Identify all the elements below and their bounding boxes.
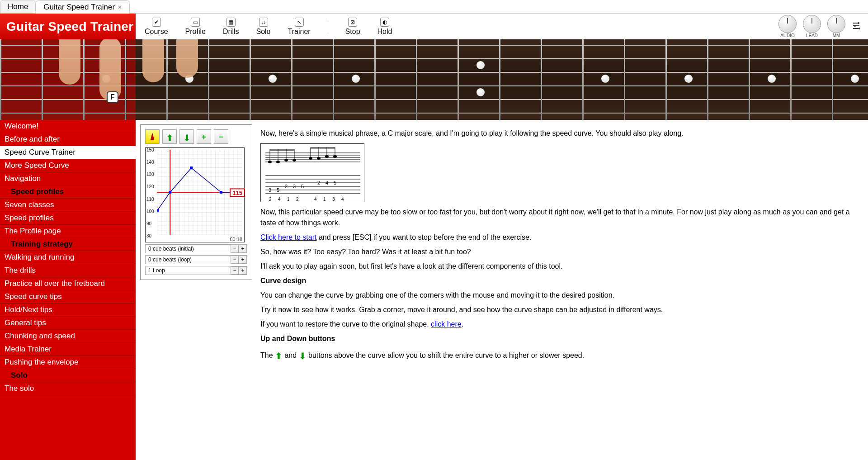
start-link[interactable]: Click here to start (260, 233, 316, 241)
sidebar-item[interactable]: More Speed Curve (0, 159, 136, 172)
svg-text:5: 5 (277, 187, 279, 193)
svg-text:4: 4 (326, 180, 328, 185)
increment-button[interactable]: + (239, 256, 247, 264)
toolbar-course[interactable]: ✔Course (145, 18, 168, 36)
toolbar-hold[interactable]: ◐Hold (377, 18, 392, 36)
arrow-up-icon: ⬆ (166, 133, 174, 143)
svg-text:2: 2 (269, 197, 272, 202)
settings-icon[interactable] (852, 20, 863, 33)
sidebar-item[interactable]: Practice all over the fretboard (0, 277, 136, 290)
text: and press [ESC] if you want to stop befo… (316, 233, 531, 241)
curve-option-row: 1 Loop−+ (145, 266, 247, 275)
increment-button[interactable]: + (239, 245, 247, 253)
decrement-button[interactable]: − (231, 256, 239, 264)
y-tick-label: 130 (146, 172, 154, 177)
option-label: 0 cue beats (initial) (146, 245, 231, 253)
svg-rect-46 (169, 191, 171, 194)
svg-text:3: 3 (269, 187, 271, 193)
header: Guitar Speed Trainer ✔Course ▭Profile ▦D… (0, 14, 868, 39)
y-tick-label: 150 (146, 147, 154, 152)
paragraph: You can change the curve by grabbing one… (260, 290, 860, 301)
svg-point-1 (854, 25, 856, 27)
toolbar-label: Stop (345, 28, 360, 36)
close-icon[interactable]: ✕ (118, 4, 122, 10)
text: The (260, 351, 275, 359)
toolbar-solo[interactable]: ♫Solo (256, 18, 270, 36)
decrement-button[interactable]: − (231, 266, 239, 275)
sidebar-item[interactable]: Speed profiles (0, 212, 136, 225)
sidebar-item[interactable]: Seven classes (0, 199, 136, 212)
svg-text:4: 4 (341, 197, 344, 202)
toolbar-label: Trainer (288, 28, 311, 36)
svg-text:4: 4 (278, 197, 281, 202)
svg-point-2 (859, 28, 860, 29)
speed-down-button[interactable]: ⬇ (179, 129, 194, 144)
sidebar-item[interactable]: Speed Curve Trainer (0, 146, 136, 159)
curve-option-row: 0 cue beats (initial)−+ (145, 244, 247, 253)
content: ⬆ ⬇ ＋ － 115 00:18 8090100110120130140150… (136, 120, 868, 460)
solo-icon: ♫ (259, 18, 268, 27)
paragraph: Click here to start and press [ESC] if y… (260, 232, 860, 243)
sidebar[interactable]: Welcome!Before and afterSpeed Curve Trai… (0, 120, 136, 460)
decrement-button[interactable]: − (231, 245, 239, 253)
increment-button[interactable]: + (239, 266, 247, 275)
svg-rect-48 (220, 191, 222, 194)
dial-icon (827, 15, 845, 33)
knob-audio[interactable]: AUDIO (778, 15, 797, 38)
svg-text:1: 1 (323, 197, 326, 202)
sidebar-item[interactable]: Walking and running (0, 251, 136, 264)
sidebar-item[interactable]: Before and after (0, 133, 136, 146)
toolbar-stop[interactable]: ⊠Stop (345, 18, 360, 36)
sidebar-item[interactable]: The Profile page (0, 225, 136, 238)
svg-rect-45 (157, 209, 159, 212)
current-bpm-value: 115 (230, 189, 245, 197)
sidebar-item[interactable]: The solo (0, 382, 136, 395)
heading: Up and Down buttons (260, 333, 860, 344)
remove-point-button[interactable]: － (214, 129, 228, 144)
paragraph: Now, here's a simple musical phrase, a C… (260, 128, 860, 139)
paragraph: Now, this particular speed curve may be … (260, 207, 860, 228)
sidebar-item[interactable]: Speed curve tips (0, 290, 136, 304)
finger-1 (59, 39, 80, 85)
knob-label: LEAD (806, 33, 818, 38)
knob-label: AUDIO (780, 33, 795, 38)
note-label: F (107, 91, 118, 103)
y-tick-label: 120 (146, 184, 154, 189)
course-icon: ✔ (152, 18, 161, 27)
speed-up-button[interactable]: ⬆ (162, 129, 177, 144)
toolbar: ✔Course ▭Profile ▦Drills ♫Solo ↖Trainer … (136, 14, 868, 39)
svg-point-77 (309, 157, 312, 160)
fretboard[interactable]: F (0, 39, 868, 120)
curve-panel: ⬆ ⬇ ＋ － 115 00:18 8090100110120130140150… (140, 124, 252, 280)
tab-home[interactable]: Home (0, 0, 36, 13)
knob-lead[interactable]: LEAD (803, 15, 821, 38)
svg-text:4: 4 (314, 197, 317, 202)
speed-curve-graph[interactable]: 115 00:18 8090100110120130140150 (145, 147, 245, 242)
curve-option-row: 0 cue beats (loop)−+ (145, 255, 247, 264)
y-tick-label: 80 (146, 233, 151, 238)
sidebar-item[interactable]: Media Trainer (0, 343, 136, 356)
add-point-button[interactable]: ＋ (197, 129, 211, 144)
svg-point-75 (284, 159, 288, 161)
sidebar-item[interactable]: The drills (0, 264, 136, 277)
tab-bar: Home Guitar Speed Trainer ✕ (0, 0, 868, 14)
toolbar-label: Hold (377, 28, 392, 36)
toolbar-profile[interactable]: ▭Profile (185, 18, 206, 36)
tab-app[interactable]: Guitar Speed Trainer ✕ (36, 0, 130, 14)
metronome-button[interactable] (145, 129, 160, 144)
restore-link[interactable]: click here (431, 320, 462, 328)
toolbar-trainer[interactable]: ↖Trainer (288, 18, 311, 36)
sidebar-item[interactable]: Pushing the envelope (0, 356, 136, 369)
svg-rect-47 (190, 166, 193, 169)
heading: Curve design (260, 275, 860, 286)
drills-icon: ▦ (226, 18, 236, 27)
sidebar-item[interactable]: Hold/Next tips (0, 304, 136, 317)
sidebar-item[interactable]: General tips (0, 317, 136, 330)
sidebar-item[interactable]: Welcome! (0, 120, 136, 133)
svg-text:3: 3 (332, 197, 335, 202)
toolbar-drills[interactable]: ▦Drills (223, 18, 239, 36)
sidebar-item[interactable]: Chunking and speed (0, 330, 136, 343)
hold-icon: ◐ (380, 18, 389, 27)
sidebar-item[interactable]: Navigation (0, 172, 136, 185)
knob-mm[interactable]: MM (827, 15, 845, 38)
